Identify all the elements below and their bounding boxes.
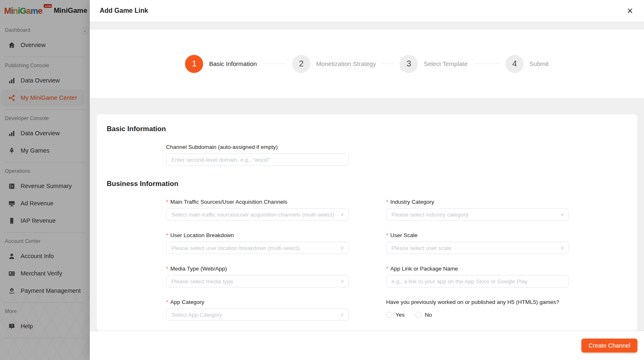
chevron-down-icon: ∨ (560, 212, 564, 217)
radio-yes[interactable]: Yes (386, 312, 405, 318)
h5-radio-group: Yes No (386, 308, 569, 321)
radio-no[interactable]: No (415, 312, 432, 318)
select-placeholder: Select main traffic sources/user acquisi… (171, 212, 334, 218)
required-marker: * (166, 299, 168, 305)
radio-label: No (425, 312, 432, 318)
step-connector (382, 64, 394, 64)
select-placeholder: Please select industry category (391, 212, 468, 218)
industry-category-select[interactable]: Please select industry category ∨ (386, 208, 569, 221)
user-location-breakdown-select[interactable]: Please select user location breakdown (m… (166, 242, 349, 254)
stepper: 1 Basic Information 2 Monetization Strat… (90, 30, 644, 98)
field-label: Channel Subdomain (auto-assigned if empt… (166, 144, 628, 150)
app-link-input[interactable] (386, 275, 569, 287)
select-placeholder: Please select user scale (391, 245, 452, 251)
required-marker: * (166, 232, 168, 238)
chevron-down-icon: ∨ (340, 278, 344, 284)
select-placeholder: Please select media type (171, 278, 233, 285)
field-channel-subdomain: Channel Subdomain (auto-assigned if empt… (166, 144, 628, 166)
basic-information-heading: Basic Information (107, 125, 628, 133)
step-label: Monetization Strategy (316, 60, 376, 67)
field-label: User Location Breakdown (170, 232, 234, 238)
radio-label: Yes (396, 312, 405, 318)
chevron-down-icon: ∨ (340, 212, 344, 217)
required-marker: * (166, 266, 168, 272)
step-basic-information: 1 Basic Information (185, 55, 257, 73)
field-label: Main Traffic Sources/User Acquisition Ch… (170, 199, 287, 205)
step-select-template: 3 Select Template (400, 55, 467, 73)
add-game-link-modal: Add Game Link ✕ 1 Basic Information 2 Mo… (90, 0, 644, 360)
field-user-location-breakdown: *User Location Breakdown Please select u… (166, 232, 349, 254)
media-type-select[interactable]: Please select media type ∨ (166, 275, 349, 287)
required-marker: * (166, 199, 168, 205)
required-marker: * (386, 232, 388, 238)
field-label: Have you previously worked on or publish… (386, 299, 559, 305)
business-fields-grid: *Main Traffic Sources/User Acquisition C… (166, 199, 628, 321)
chevron-down-icon: ∨ (560, 245, 564, 251)
field-app-category: *App Category Select App Category ∨ (166, 299, 349, 321)
field-app-link: *App Link or Package Name (386, 266, 569, 287)
modal-header: Add Game Link ✕ (90, 0, 644, 21)
field-media-type: *Media Type (Web/App) Please select medi… (166, 266, 349, 287)
field-label: Media Type (Web/App) (170, 266, 227, 272)
modal-overlay-mask[interactable] (0, 0, 90, 360)
radio-circle-icon (415, 312, 422, 318)
field-label: Industry Category (390, 199, 434, 205)
field-user-scale: *User Scale Please select user scale ∨ (386, 232, 569, 254)
user-scale-select[interactable]: Please select user scale ∨ (386, 242, 569, 254)
required-marker: * (386, 266, 388, 272)
business-information-heading: Business Information (107, 180, 628, 188)
radio-circle-icon (386, 312, 392, 318)
step-connector (262, 64, 286, 64)
required-marker: * (386, 199, 388, 205)
field-main-traffic-sources: *Main Traffic Sources/User Acquisition C… (166, 199, 349, 221)
step-number-badge: 1 (185, 55, 203, 73)
select-placeholder: Please select user location breakdown (m… (171, 245, 300, 251)
main-traffic-sources-select[interactable]: Select main traffic sources/user acquisi… (166, 208, 349, 221)
step-number-badge: 2 (292, 55, 310, 73)
select-placeholder: Select App Category (171, 312, 222, 318)
step-monetization-strategy: 2 Monetization Strategy (292, 55, 376, 73)
step-number-badge: 3 (400, 55, 418, 73)
step-label: Select Template (424, 60, 467, 67)
field-label: App Link or Package Name (390, 266, 458, 272)
field-h5-question: Have you previously worked on or publish… (386, 299, 569, 321)
field-industry-category: *Industry Category Please select industr… (386, 199, 569, 221)
step-label: Basic Information (209, 60, 257, 67)
create-channel-button[interactable]: Create Channel (581, 339, 637, 353)
step-submit: 4 Submit (506, 55, 549, 73)
step-label: Submit (529, 60, 549, 67)
field-label: App Category (170, 299, 204, 305)
modal-footer: Create Channel (90, 331, 644, 360)
field-label: User Scale (390, 232, 417, 238)
close-icon[interactable]: ✕ (622, 2, 638, 19)
chevron-down-icon: ∨ (340, 245, 344, 251)
modal-title: Add Game Link (90, 7, 148, 14)
chevron-down-icon: ∨ (340, 312, 344, 318)
app-root: MiniGame.com MiniGame Dashboard Overview… (0, 0, 644, 360)
app-category-select[interactable]: Select App Category ∨ (166, 308, 349, 321)
step-connector (473, 64, 500, 64)
channel-subdomain-input[interactable] (166, 153, 349, 166)
step-number-badge: 4 (506, 55, 524, 73)
form-card: Basic Information Channel Subdomain (aut… (97, 114, 637, 331)
modal-body: 1 Basic Information 2 Monetization Strat… (90, 21, 644, 331)
